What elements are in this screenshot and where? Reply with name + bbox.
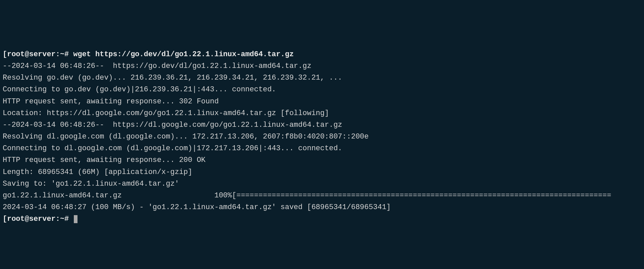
command-line-1: [root@server:~# wget https://go.dev/dl/g…: [3, 49, 641, 60]
prompt-symbol: #: [64, 50, 73, 59]
output-connecting-2: Connecting to dl.google.com (dl.google.c…: [3, 143, 641, 154]
command-line-2[interactable]: [root@server:~#: [3, 213, 641, 225]
output-resolving-1: Resolving go.dev (go.dev)... 216.239.36.…: [3, 72, 641, 84]
output-http-302: HTTP request sent, awaiting response... …: [3, 96, 641, 107]
output-length: Length: 68965341 (66M) [application/x-gz…: [3, 166, 641, 178]
output-connecting-1: Connecting to go.dev (go.dev)|216.239.36…: [3, 84, 641, 95]
output-progress-bar: go1.22.1.linux-amd64.tar.gz 100%[=======…: [3, 190, 641, 201]
output-saved: 2024-03-14 06:48:27 (100 MB/s) - 'go1.22…: [3, 201, 641, 213]
prompt-path-2: :~: [55, 215, 64, 223]
output-timestamp-1: --2024-03-14 06:48:26-- https://go.dev/d…: [3, 60, 641, 72]
output-saving: Saving to: 'go1.22.1.linux-amd64.tar.gz': [3, 178, 641, 190]
prompt-user-host: root@server: [7, 50, 55, 59]
prompt-user-host-2: root@server: [7, 215, 55, 223]
output-location: Location: https://dl.google.com/go/go1.2…: [3, 107, 641, 119]
prompt-path: :~: [55, 50, 64, 59]
wget-command: wget https://go.dev/dl/go1.22.1.linux-am…: [73, 50, 294, 59]
cursor-icon: [74, 215, 77, 223]
prompt-bracket-2: [: [3, 215, 7, 223]
prompt-bracket: [: [3, 50, 7, 59]
output-resolving-2: Resolving dl.google.com (dl.google.com).…: [3, 131, 641, 143]
terminal-window[interactable]: [root@server:~# wget https://go.dev/dl/g…: [3, 49, 641, 225]
output-timestamp-2: --2024-03-14 06:48:26-- https://dl.googl…: [3, 119, 641, 131]
output-http-200: HTTP request sent, awaiting response... …: [3, 154, 641, 166]
prompt-symbol-2: #: [64, 215, 73, 223]
